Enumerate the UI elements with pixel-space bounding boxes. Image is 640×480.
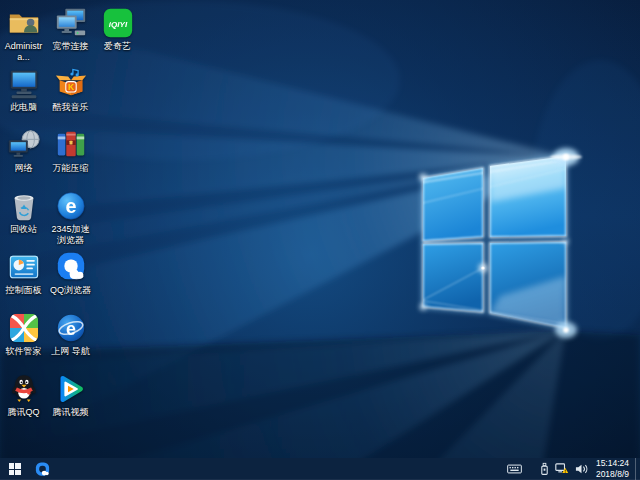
usb-device-icon[interactable] xyxy=(537,458,552,480)
desktop-icon-network[interactable]: 网络 xyxy=(0,128,47,189)
touch-keyboard-icon[interactable] xyxy=(504,458,525,480)
wanneng-zip-icon xyxy=(54,128,88,162)
svg-text:e: e xyxy=(65,195,76,217)
desktop-icon-broadband-connection[interactable]: 宽带连接 xyxy=(47,6,94,67)
recycle-bin-icon xyxy=(7,189,41,223)
qq-browser-taskbar-icon xyxy=(34,461,51,478)
show-desktop-button[interactable] xyxy=(635,458,640,480)
desktop-icon-tencent-qq[interactable]: 腾讯QQ xyxy=(0,372,47,433)
desktop-icon-wanneng-zip[interactable]: 万能压缩 xyxy=(47,128,94,189)
network-icon xyxy=(7,128,41,162)
icon-label: 爱奇艺 xyxy=(104,41,131,52)
desktop-icon-web-navigation[interactable]: e 上网 导航 xyxy=(47,311,94,372)
clock-date: 2018/8/9 xyxy=(596,469,629,480)
desktop-icon-this-pc[interactable]: 此电脑 xyxy=(0,67,47,128)
desktop-icon-2345-browser[interactable]: e 2345加速浏览器 xyxy=(47,189,94,250)
this-pc-icon xyxy=(7,67,41,101)
windows-logo-icon xyxy=(9,463,21,475)
icon-label: 软件管家 xyxy=(6,346,42,357)
taskbar: 15:14:24 2018/8/9 xyxy=(0,458,640,480)
svg-text:K: K xyxy=(67,82,74,92)
icon-label: 腾讯视频 xyxy=(53,407,89,418)
desktop-icon-tencent-video[interactable]: 腾讯视频 xyxy=(47,372,94,433)
tencent-qq-icon xyxy=(7,372,41,406)
taskbar-clock[interactable]: 15:14:24 2018/8/9 xyxy=(591,458,635,480)
desktop-icon-recycle-bin[interactable]: 回收站 xyxy=(0,189,47,250)
svg-text:iQIYI: iQIYI xyxy=(108,20,127,29)
desktop-icon-qq-browser[interactable]: QQ浏览器 xyxy=(47,250,94,311)
taskbar-app-qq-browser[interactable] xyxy=(29,458,56,480)
icon-label: 万能压缩 xyxy=(53,163,89,174)
icon-label: 上网 导航 xyxy=(51,346,90,357)
qq-browser-icon xyxy=(54,250,88,284)
system-tray: 15:14:24 2018/8/9 xyxy=(504,458,640,480)
icon-label: QQ浏览器 xyxy=(50,285,91,296)
software-manager-icon xyxy=(7,311,41,345)
desktop-icon-grid: Administra... 此电脑 xyxy=(0,6,141,433)
kuwo-music-icon: K xyxy=(54,67,88,101)
icon-label: 网络 xyxy=(15,163,33,174)
desktop-icon-control-panel[interactable]: 控制面板 xyxy=(0,250,47,311)
tencent-video-icon xyxy=(54,372,88,406)
icon-label: 宽带连接 xyxy=(53,41,89,52)
windows-desktop: Administra... 此电脑 xyxy=(0,0,640,480)
icon-label: 回收站 xyxy=(10,224,37,235)
broadband-connection-icon xyxy=(54,6,88,40)
icon-label: Administra... xyxy=(0,41,47,63)
administrator-folder-icon xyxy=(7,6,41,40)
2345-browser-icon: e xyxy=(54,189,88,223)
desktop-icon-iqiyi[interactable]: iQIYI 爱奇艺 xyxy=(94,6,141,67)
control-panel-icon xyxy=(7,250,41,284)
iqiyi-icon: iQIYI xyxy=(101,6,135,40)
start-button[interactable] xyxy=(0,458,29,480)
web-navigation-icon: e xyxy=(54,311,88,345)
clock-time: 15:14:24 xyxy=(596,458,629,469)
volume-icon[interactable] xyxy=(572,458,591,480)
desktop-icon-kuwo-music[interactable]: K 酷我音乐 xyxy=(47,67,94,128)
icon-label: 酷我音乐 xyxy=(53,102,89,113)
desktop-icon-administrator-folder[interactable]: Administra... xyxy=(0,6,47,67)
icon-label: 此电脑 xyxy=(10,102,37,113)
desktop-icon-software-manager[interactable]: 软件管家 xyxy=(0,311,47,372)
svg-text:e: e xyxy=(66,319,76,339)
icon-label: 控制面板 xyxy=(6,285,42,296)
network-warning-icon[interactable] xyxy=(552,458,572,480)
icon-label: 腾讯QQ xyxy=(7,407,39,418)
icon-label: 2345加速浏览器 xyxy=(47,224,94,246)
